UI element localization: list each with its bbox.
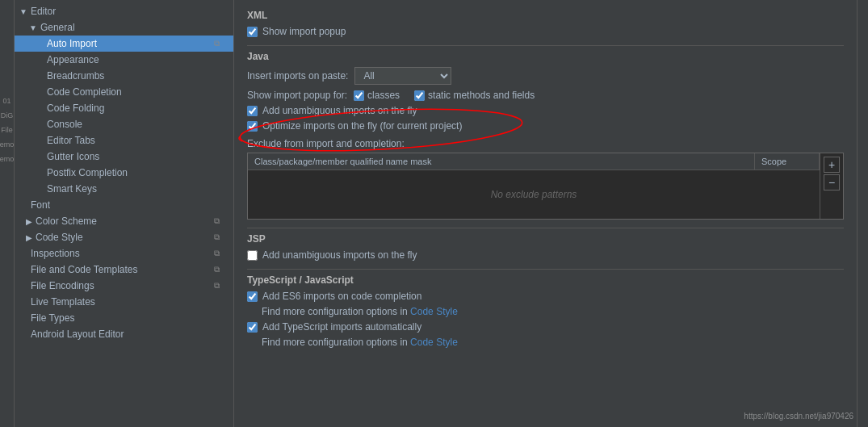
show-import-popup-xml-label: Show import popup [262, 26, 346, 37]
sidebar-tree-general[interactable]: ▼ General [15, 19, 233, 36]
inspections-copy-icon: ⧉ [214, 249, 227, 258]
left-label-1: 01 [2, 97, 10, 105]
jsp-add-unambiguous-label: Add unambiguous imports on the fly [262, 249, 417, 261]
classes-label: classes [367, 90, 400, 101]
show-popup-for-label: Show import popup for: [247, 90, 347, 101]
typescript-section: TypeScript / JavaScript Add ES6 imports … [247, 274, 844, 348]
show-import-popup-xml-row: Show import popup [247, 26, 844, 37]
xml-section: XML Show import popup [247, 10, 844, 37]
find-more-config-1: Find more configuration options in Code … [247, 306, 844, 317]
optimize-imports-checkbox[interactable] [247, 121, 258, 132]
sidebar-item-console[interactable]: Console [15, 116, 233, 132]
sidebar-label-font: Font [31, 199, 227, 211]
exclude-label: Exclude from import and completion: [247, 138, 844, 149]
file-templates-copy-icon: ⧉ [214, 265, 227, 274]
sidebar-item-live-templates[interactable]: Live Templates [15, 294, 233, 310]
file-encodings-copy-icon: ⧉ [214, 281, 227, 291]
jsp-add-unambiguous-checkbox[interactable] [247, 250, 258, 261]
sidebar-label-gutter-icons: Gutter Icons [47, 151, 99, 162]
xml-section-title: XML [247, 10, 844, 21]
sidebar-item-inspections[interactable]: Inspections ⧉ [15, 245, 233, 262]
add-unambiguous-row: Add unambiguous imports on the fly [247, 105, 844, 116]
sidebar-editor-label: Editor [31, 6, 56, 17]
table-empty-body: No exclude patterns [248, 170, 820, 219]
add-unambiguous-container: Add unambiguous imports on the fly Optim… [247, 105, 844, 132]
code-style-link-2[interactable]: Code Style [410, 337, 458, 348]
jsp-section-title: JSP [247, 233, 844, 245]
sidebar-label-auto-import: Auto Import [47, 38, 97, 49]
sidebar-item-code-completion[interactable]: Code Completion [15, 84, 233, 100]
sidebar-item-auto-import[interactable]: Auto Import ⧉ [15, 36, 233, 52]
sidebar-label-breadcrumbs: Breadcrumbs [47, 70, 104, 82]
sidebar-general-label: General [40, 22, 75, 33]
sidebar-item-editor-tabs[interactable]: Editor Tabs [15, 132, 233, 149]
general-expand-arrow: ▼ [29, 23, 37, 32]
exclude-table-container: Class/package/member qualified name mask… [247, 153, 844, 220]
sidebar-label-inspections: Inspections [31, 248, 211, 259]
sidebar-label-appearance: Appearance [47, 54, 99, 65]
sidebar-label-editor-tabs: Editor Tabs [47, 135, 95, 146]
table-actions: + − [820, 153, 843, 219]
sidebar-label-file-code-templates: File and Code Templates [31, 264, 211, 275]
add-es6-label: Add ES6 imports on code completion [262, 291, 421, 302]
left-label-3: File [1, 126, 13, 134]
jsp-ts-divider [247, 269, 844, 270]
sidebar-label-android-layout-editor: Android Layout Editor [31, 329, 227, 340]
copy-icon: ⧉ [214, 39, 227, 48]
sidebar-item-breadcrumbs[interactable]: Breadcrumbs [15, 68, 233, 84]
exclude-table: Class/package/member qualified name mask… [248, 153, 820, 219]
java-section-title: Java [247, 51, 844, 62]
show-import-popup-xml-checkbox[interactable] [247, 27, 258, 37]
sidebar-item-appearance[interactable]: Appearance [15, 52, 233, 68]
sidebar-label-file-encodings: File Encodings [31, 280, 211, 291]
table-remove-button[interactable]: − [824, 174, 840, 190]
add-unambiguous-label: Add unambiguous imports on the fly [262, 105, 417, 116]
sidebar-label-code-completion: Code Completion [47, 86, 122, 98]
classes-check-group: classes [354, 90, 400, 101]
sidebar-item-file-code-templates[interactable]: File and Code Templates ⧉ [15, 262, 233, 278]
jsp-section: JSP Add unambiguous imports on the fly [247, 233, 844, 261]
static-methods-checkbox[interactable] [414, 90, 425, 101]
static-methods-check-group: static methods and fields [414, 90, 535, 101]
sidebar-label-smart-keys: Smart Keys [47, 183, 97, 195]
jsp-add-unambiguous-row: Add unambiguous imports on the fly [247, 249, 844, 261]
sidebar-item-gutter-icons[interactable]: Gutter Icons [15, 149, 233, 165]
insert-imports-select[interactable]: All Ask None [354, 67, 451, 85]
sidebar-item-smart-keys[interactable]: Smart Keys [15, 181, 233, 197]
table-header-name-mask: Class/package/member qualified name mask [248, 153, 755, 170]
sidebar-item-file-encodings[interactable]: File Encodings ⧉ [15, 278, 233, 294]
java-jsp-divider [247, 228, 844, 228]
sidebar-item-color-scheme[interactable]: ▶ Color Scheme ⧉ [15, 213, 233, 229]
sidebar-item-font[interactable]: Font [15, 197, 233, 213]
add-ts-imports-label: Add TypeScript imports automatically [262, 321, 421, 333]
left-label-4: emo [0, 140, 14, 149]
sidebar-label-live-templates: Live Templates [31, 296, 227, 308]
add-es6-checkbox[interactable] [247, 291, 258, 302]
sidebar-label-file-types: File Types [31, 312, 227, 324]
sidebar-item-postfix-completion[interactable]: Postfix Completion [15, 165, 233, 181]
left-label-2: DiG [1, 111, 14, 119]
table-add-button[interactable]: + [824, 157, 840, 173]
sidebar-label-console: Console [47, 119, 82, 130]
left-label-5: emo [0, 155, 14, 163]
insert-imports-label: Insert imports on paste: [247, 70, 348, 82]
sidebar-item-code-style[interactable]: ▶ Code Style ⧉ [15, 229, 233, 245]
add-unambiguous-checkbox[interactable] [247, 106, 258, 116]
classes-checkbox[interactable] [354, 90, 364, 101]
sidebar-item-file-types[interactable]: File Types [15, 310, 233, 326]
sidebar-label-code-style: Code Style [36, 232, 211, 243]
table-header-scope: Scope [755, 153, 820, 170]
add-ts-imports-checkbox[interactable] [247, 322, 258, 333]
static-methods-label: static methods and fields [428, 90, 535, 101]
code-style-link-1[interactable]: Code Style [410, 306, 458, 317]
typescript-section-title: TypeScript / JavaScript [247, 274, 844, 286]
add-es6-row: Add ES6 imports on code completion [247, 291, 844, 302]
add-ts-imports-row: Add TypeScript imports automatically [247, 321, 844, 333]
sidebar-item-android-layout-editor[interactable]: Android Layout Editor [15, 326, 233, 342]
sidebar-item-code-folding[interactable]: Code Folding [15, 100, 233, 116]
show-popup-for-row: Show import popup for: classes static me… [247, 90, 844, 101]
exclude-section: Exclude from import and completion: Clas… [247, 138, 844, 220]
left-strip: 01 DiG File emo emo [0, 0, 15, 427]
editor-expand-arrow: ▼ [19, 7, 27, 16]
sidebar-tree-editor[interactable]: ▼ Editor [15, 3, 233, 19]
